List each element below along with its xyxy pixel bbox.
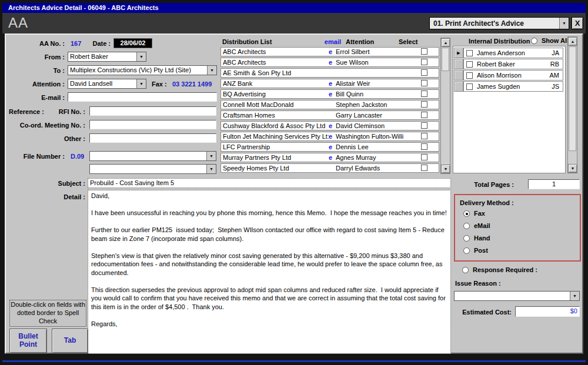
- internal-checkbox[interactable]: [466, 72, 473, 79]
- radio-fax[interactable]: Fax: [463, 210, 485, 217]
- internal-scrollbar[interactable]: ▲ ▼: [567, 36, 577, 173]
- internal-row[interactable]: Alison Morrison AM: [454, 70, 563, 81]
- attention-name: Garry Lancaster: [336, 112, 411, 119]
- email-flag[interactable]: e: [329, 48, 336, 55]
- attention-name: Agnes Murray: [336, 154, 411, 161]
- email-column-header[interactable]: email: [316, 38, 341, 45]
- file-number-dropdown-2[interactable]: ▼: [89, 164, 216, 174]
- scroll-down-icon[interactable]: ▼: [441, 165, 450, 173]
- distribution-scrollbar[interactable]: ▲ ▼: [440, 38, 450, 174]
- distribution-row[interactable]: Cushway Blackford & Assoc Pty Ltd e Davi…: [220, 121, 439, 130]
- radio-hand[interactable]: Hand: [463, 235, 490, 242]
- select-checkbox[interactable]: [421, 122, 427, 129]
- email-flag[interactable]: e: [329, 91, 336, 98]
- record-selector[interactable]: [454, 81, 463, 92]
- distribution-row[interactable]: Fulton Jet Machining Services Pty Lt: e …: [220, 132, 439, 141]
- internal-row[interactable]: James Sugden JS: [454, 81, 563, 92]
- internal-initials: AM: [550, 72, 560, 79]
- file-number-label: File Number :: [6, 153, 65, 160]
- distribution-row[interactable]: BQ Advertising e Bill Quinn: [220, 89, 439, 99]
- scroll-up-icon[interactable]: ▲: [441, 38, 450, 47]
- radio-email[interactable]: eMail: [463, 222, 490, 229]
- tab-button[interactable]: Tab: [52, 329, 88, 353]
- chevron-down-icon[interactable]: ▼: [207, 66, 216, 75]
- radio-icon: [531, 38, 537, 44]
- subject-field[interactable]: Probuild - Cost Saving Item 5: [88, 178, 451, 188]
- distribution-row[interactable]: Craftsman Homes Garry Lancaster: [220, 110, 439, 120]
- distribution-row[interactable]: Connell Mott MacDonald Stephen Jackston: [220, 100, 439, 109]
- distribution-row[interactable]: Murray Partners Pty Ltd e Agnes Murray: [220, 153, 439, 162]
- action-dropdown[interactable]: 01. Print Architect's Advice ▼: [429, 17, 569, 29]
- bullet-point-button[interactable]: Bullet Point: [9, 329, 47, 353]
- record-selector[interactable]: [454, 59, 463, 69]
- from-dropdown[interactable]: Robert Baker ▼: [68, 52, 146, 62]
- spell-check-hint: Double-click on fields with dotted borde…: [9, 300, 86, 327]
- chevron-down-icon[interactable]: ▼: [559, 18, 569, 29]
- internal-row[interactable]: Robert Baker RB: [454, 59, 563, 69]
- company-name: Craftsman Homes: [221, 112, 329, 119]
- select-checkbox[interactable]: [421, 48, 427, 55]
- to-label: To :: [6, 67, 65, 74]
- distribution-row[interactable]: ANZ Bank e Alistair Weir: [220, 79, 439, 88]
- record-selector-icon[interactable]: ►: [454, 48, 463, 58]
- select-checkbox[interactable]: [421, 80, 427, 86]
- chevron-down-icon[interactable]: ▼: [136, 52, 146, 61]
- distribution-row[interactable]: ABC Architects e Errol Silbert: [220, 47, 439, 56]
- internal-row[interactable]: ► James Anderson JA: [454, 48, 563, 58]
- chevron-down-icon[interactable]: ▼: [570, 292, 579, 300]
- chevron-down-icon[interactable]: ▼: [206, 165, 216, 173]
- scroll-up-icon[interactable]: ▲: [568, 37, 577, 46]
- distribution-row[interactable]: LFC Partnership e Dennis Lee: [220, 142, 439, 152]
- detail-field[interactable]: David, I have been unsucessful in reachi…: [88, 190, 451, 354]
- email-flag[interactable]: e: [329, 59, 336, 66]
- select-checkbox[interactable]: [421, 154, 427, 160]
- distribution-row[interactable]: ABC Architects e Sue Wilson: [220, 58, 439, 67]
- total-pages-field[interactable]: 1: [528, 179, 580, 189]
- radio-post[interactable]: Post: [463, 247, 488, 254]
- email-field[interactable]: [68, 92, 217, 102]
- distribution-row[interactable]: AE Smith & Son Pty Ltd: [220, 68, 439, 78]
- tab-button-label: Tab: [64, 337, 76, 345]
- chevron-down-icon[interactable]: ▼: [206, 152, 216, 160]
- select-checkbox[interactable]: [421, 59, 427, 65]
- title-bar[interactable]: Architects Advice Detail - 06049 - ABC A…: [2, 3, 586, 13]
- record-selector[interactable]: [454, 70, 463, 81]
- email-flag[interactable]: e: [329, 143, 336, 150]
- select-checkbox[interactable]: [421, 143, 427, 150]
- attention-dropdown[interactable]: David Landsell ▼: [68, 79, 146, 89]
- rfi-field[interactable]: [89, 106, 216, 116]
- scroll-down-icon[interactable]: ▼: [568, 164, 577, 173]
- select-checkbox[interactable]: [421, 91, 427, 97]
- select-checkbox[interactable]: [421, 69, 427, 76]
- email-flag[interactable]: e: [329, 133, 336, 140]
- select-checkbox[interactable]: [421, 133, 427, 139]
- attention-name: Washington Fulton-Willi: [336, 133, 411, 140]
- date-field[interactable]: 28/06/02: [113, 38, 152, 48]
- distribution-row[interactable]: Speedy Homes Pty Ltd Darryl Edwards: [220, 163, 439, 173]
- company-name: Cushway Blackford & Assoc Pty Ltd: [221, 122, 329, 129]
- file-number-dropdown-1[interactable]: ▼: [89, 151, 216, 161]
- issue-reason-dropdown[interactable]: ▼: [454, 291, 580, 301]
- email-flag[interactable]: e: [329, 80, 336, 87]
- response-required-radio[interactable]: Response Required :: [462, 266, 537, 273]
- select-checkbox[interactable]: [421, 165, 427, 171]
- coord-meeting-field[interactable]: [89, 120, 216, 129]
- other-field[interactable]: [89, 133, 216, 143]
- email-flag[interactable]: e: [329, 122, 336, 129]
- show-all-radio[interactable]: Show All: [531, 37, 569, 44]
- internal-checkbox[interactable]: [466, 61, 473, 68]
- radio-icon: [463, 235, 470, 242]
- select-checkbox[interactable]: [421, 112, 427, 118]
- chevron-down-icon[interactable]: ▼: [136, 79, 146, 88]
- scrollbar-thumb[interactable]: [442, 48, 449, 71]
- response-required-label: Response Required :: [473, 266, 537, 273]
- internal-initials: JA: [552, 49, 559, 56]
- email-flag[interactable]: e: [329, 154, 336, 161]
- to-dropdown[interactable]: Multiplex Constructions (Vic) Pty Ltd (S…: [68, 65, 217, 75]
- scrollbar-thumb[interactable]: [569, 46, 576, 151]
- internal-checkbox[interactable]: [466, 50, 473, 56]
- internal-checkbox[interactable]: [466, 83, 473, 90]
- select-checkbox[interactable]: [421, 101, 427, 108]
- close-button[interactable]: X: [572, 17, 583, 29]
- estimated-cost-field[interactable]: $0: [515, 306, 580, 317]
